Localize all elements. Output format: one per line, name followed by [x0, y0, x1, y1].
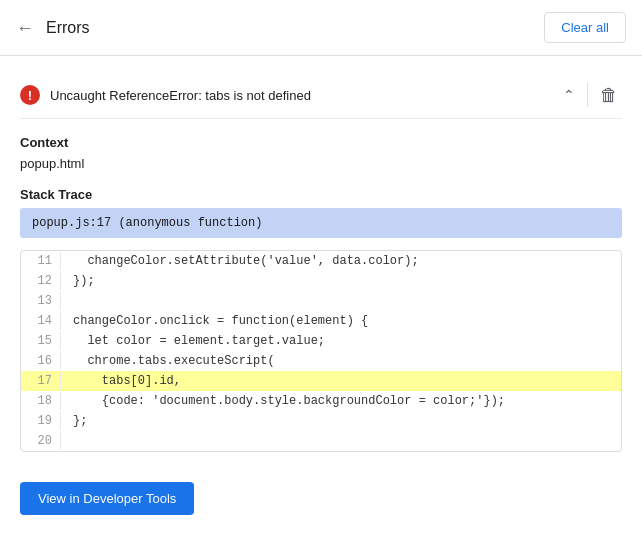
code-line: 13: [21, 291, 621, 311]
line-content: let color = element.target.value;: [69, 332, 621, 350]
context-file: popup.html: [20, 156, 622, 171]
error-message: Uncaught ReferenceError: tabs is not def…: [50, 88, 311, 103]
line-number: 16: [21, 352, 61, 370]
line-content: [69, 432, 621, 436]
line-content: {code: 'document.body.style.backgroundCo…: [69, 392, 621, 410]
line-number: 13: [21, 292, 61, 310]
separator: [587, 83, 588, 107]
line-content: tabs[0].id,: [69, 372, 621, 390]
stack-trace-label: Stack Trace: [20, 187, 622, 202]
line-content: changeColor.setAttribute('value', data.c…: [69, 252, 621, 270]
clear-all-button[interactable]: Clear all: [544, 12, 626, 43]
line-content: changeColor.onclick = function(element) …: [69, 312, 621, 330]
header-left: ← Errors: [16, 19, 90, 37]
line-number: 15: [21, 332, 61, 350]
line-number: 14: [21, 312, 61, 330]
code-line: 17 tabs[0].id,: [21, 371, 621, 391]
code-line: 14changeColor.onclick = function(element…: [21, 311, 621, 331]
delete-icon[interactable]: 🗑: [596, 82, 622, 108]
line-number: 19: [21, 412, 61, 430]
back-button[interactable]: ←: [16, 19, 34, 37]
code-line: 16 chrome.tabs.executeScript(: [21, 351, 621, 371]
line-content: chrome.tabs.executeScript(: [69, 352, 621, 370]
line-content: };: [69, 412, 621, 430]
line-number: 20: [21, 432, 61, 450]
footer: View in Developer Tools: [0, 468, 642, 529]
line-number: 17: [21, 372, 61, 390]
code-block-inner[interactable]: 11 changeColor.setAttribute('value', dat…: [21, 251, 621, 451]
line-number: 18: [21, 392, 61, 410]
context-label: Context: [20, 135, 622, 150]
line-content: });: [69, 272, 621, 290]
error-icon: [20, 85, 40, 105]
collapse-icon[interactable]: ⌃: [559, 83, 579, 107]
error-row: Uncaught ReferenceError: tabs is not def…: [20, 72, 622, 119]
dev-tools-button[interactable]: View in Developer Tools: [20, 482, 194, 515]
line-content: [69, 292, 621, 296]
content-area: Uncaught ReferenceError: tabs is not def…: [0, 56, 642, 468]
line-number: 11: [21, 252, 61, 270]
code-line: 11 changeColor.setAttribute('value', dat…: [21, 251, 621, 271]
error-left: Uncaught ReferenceError: tabs is not def…: [20, 85, 311, 105]
code-line: 12});: [21, 271, 621, 291]
stack-trace-entry: popup.js:17 (anonymous function): [20, 208, 622, 238]
code-line: 15 let color = element.target.value;: [21, 331, 621, 351]
line-number: 12: [21, 272, 61, 290]
error-actions: ⌃ 🗑: [559, 82, 622, 108]
page-title: Errors: [46, 19, 90, 37]
code-block: 11 changeColor.setAttribute('value', dat…: [20, 250, 622, 452]
code-line: 18 {code: 'document.body.style.backgroun…: [21, 391, 621, 411]
code-line: 19};: [21, 411, 621, 431]
code-line: 20: [21, 431, 621, 451]
header: ← Errors Clear all: [0, 0, 642, 56]
